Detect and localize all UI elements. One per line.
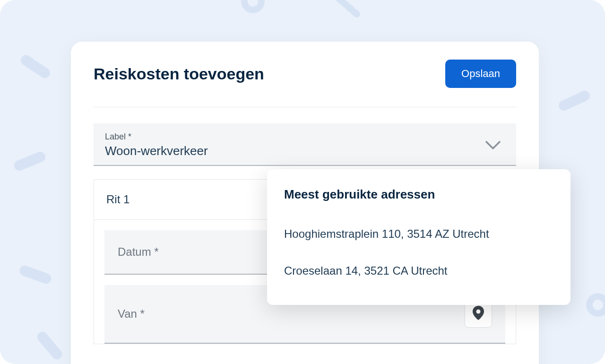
label-select[interactable]: Label * Woon-werkverkeer bbox=[94, 123, 516, 166]
decor-ring bbox=[586, 293, 605, 317]
label-field-value: Woon-werkverkeer bbox=[105, 144, 505, 158]
card-header: Reiskosten toevoegen Opslaan bbox=[94, 60, 516, 107]
save-button[interactable]: Opslaan bbox=[445, 60, 516, 88]
decor-pill bbox=[18, 264, 52, 286]
decor-line bbox=[336, 0, 364, 21]
address-option[interactable]: Croeselaan 14, 3521 CA Utrecht bbox=[284, 256, 553, 286]
address-option[interactable]: Hooghiemstraplein 110, 3514 AZ Utrecht bbox=[284, 219, 553, 249]
pin-icon bbox=[473, 306, 484, 322]
address-suggestions-popover: Meest gebruikte adressen Hooghiemstraple… bbox=[267, 169, 570, 305]
decor-pill bbox=[19, 53, 52, 80]
address-suggestions-title: Meest gebruikte adressen bbox=[284, 187, 553, 202]
decor-pill bbox=[12, 150, 47, 173]
page-title: Reiskosten toevoegen bbox=[94, 65, 264, 83]
chevron-down-icon bbox=[485, 140, 501, 153]
decor-pill bbox=[35, 329, 64, 362]
from-label: Van * bbox=[118, 307, 145, 321]
page-background: Reiskosten toevoegen Opslaan Label * Woo… bbox=[0, 0, 605, 364]
decor-pill bbox=[557, 89, 592, 113]
label-field-label: Label * bbox=[105, 132, 505, 142]
decor-ring bbox=[241, 0, 265, 13]
